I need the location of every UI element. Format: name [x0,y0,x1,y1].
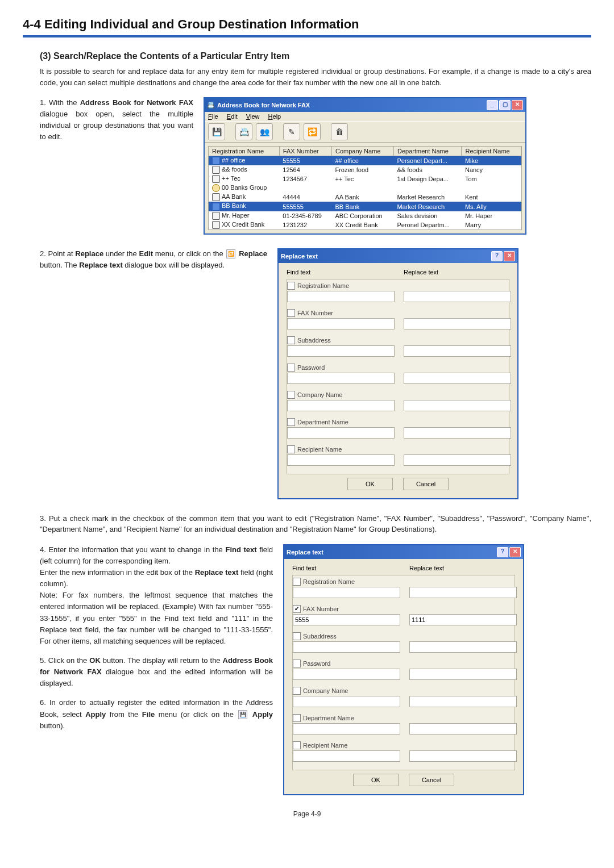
dlg1-close-button[interactable]: ✕ [504,251,515,261]
find-sub[interactable] [293,641,400,653]
step-1-text: 1. With the Address Book for Network FAX… [40,97,193,143]
find-recip[interactable] [293,750,400,762]
delete-icon[interactable]: 🗑 [331,123,348,140]
find-pwd[interactable] [287,373,395,384]
checkbox-reg[interactable] [293,578,301,586]
table-row[interactable]: && foods12564Frozen food&& foodsNancy [209,165,521,174]
field-row-fax: ✔FAX Number [293,605,515,625]
checkbox-pwd[interactable] [293,660,301,667]
replace-fax[interactable] [404,318,511,329]
dlg1-help-button[interactable]: ? [491,251,503,261]
dlg2-ok-button[interactable]: OK [353,774,399,786]
checkbox-reg[interactable] [287,282,295,290]
replace-dept[interactable] [404,427,511,439]
field-row-sub: Subaddress [293,632,515,653]
new-individual-icon[interactable]: 📇 [235,123,252,140]
replace-dept[interactable] [409,723,517,735]
replace-recip[interactable] [404,454,511,466]
replace-pwd[interactable] [404,373,511,384]
checkbox-company[interactable] [293,687,301,695]
find-dept[interactable] [287,427,395,439]
table-row[interactable]: ## office55555## officePersonel Depart..… [209,156,521,166]
minimize-button[interactable]: _ [487,100,498,110]
label-company: Company Name [303,687,348,694]
table-row[interactable]: BB Bank555555BB BankMarket ResearchMs. A… [209,202,521,211]
find-dept[interactable] [293,723,400,735]
table-row[interactable]: ++ Tec1234567++ Tec1st Design Depa...Tom [209,174,521,183]
dlg2-help-button[interactable]: ? [497,547,508,557]
checkbox-recip[interactable] [287,445,295,453]
row-type-icon [212,203,220,211]
dlg1-titlebar[interactable]: Replace text ? ✕ [279,249,517,263]
find-fax[interactable] [287,318,395,329]
dlg1-cancel-button[interactable]: Cancel [403,478,449,490]
find-sub[interactable] [287,345,395,357]
row-type-icon [212,193,220,201]
edit-icon[interactable]: ✎ [283,123,300,140]
replace-fax[interactable] [409,614,517,625]
checkbox-fax[interactable]: ✔ [293,605,301,613]
field-row-reg: Registration Name [287,282,509,302]
maximize-button[interactable]: ▢ [499,100,511,110]
menu-view[interactable]: View [246,113,260,120]
destination-table: Registration Name FAX Number Company Nam… [209,147,521,229]
find-reg[interactable] [293,587,400,598]
page-number: Page 4-9 [23,810,591,818]
table-row[interactable]: 00 Banks Group [209,183,521,193]
close-button[interactable]: ✕ [512,100,523,110]
dlg2-close-button[interactable]: ✕ [509,547,521,557]
label-fax: FAX Number [303,606,339,612]
col-recipient-name[interactable]: Recipient Name [462,147,521,156]
checkbox-recip[interactable] [293,741,301,749]
replace-sub[interactable] [409,641,517,653]
table-row[interactable]: Mr. Haper01-2345-6789ABC CorporationSale… [209,211,521,220]
replace-icon[interactable]: 🔁 [304,123,321,140]
menu-help[interactable]: Help [268,113,281,120]
col-registration-name[interactable]: Registration Name [209,147,279,156]
replace-pwd[interactable] [409,669,517,680]
checkbox-pwd[interactable] [287,364,295,372]
checkbox-fax[interactable] [287,309,295,317]
checkbox-sub[interactable] [293,632,301,640]
table-row[interactable]: XX Credit Bank1231232XX Credit BankPeron… [209,220,521,229]
col-company-name[interactable]: Company Name [331,147,393,156]
label-dept: Department Name [303,715,354,721]
replace-recip[interactable] [409,750,517,762]
menu-file[interactable]: File [208,113,218,120]
find-company[interactable] [287,400,395,411]
checkbox-dept[interactable] [287,418,295,426]
replace-sub[interactable] [404,345,511,357]
field-row-reg: Registration Name [293,578,515,598]
col-fax-number[interactable]: FAX Number [279,147,331,156]
row-type-icon [212,221,220,229]
find-company[interactable] [293,696,400,707]
table-row[interactable]: AA Bank44444AA BankMarket ResearchKent [209,193,521,202]
replace-dialog-2: Replace text ? ✕ Find text Replace text … [283,544,524,795]
find-fax[interactable] [293,614,400,625]
replace-reg[interactable] [404,291,511,302]
row-type-icon [212,157,220,165]
row-type-icon [212,184,220,192]
dlg2-find-header: Find text [292,565,398,571]
checkbox-dept[interactable] [293,714,301,722]
replace-company[interactable] [404,400,511,411]
replace-reg[interactable] [409,587,517,598]
apply-icon[interactable]: 💾 [208,123,225,140]
checkbox-sub[interactable] [287,336,295,344]
col-department-name[interactable]: Department Name [393,147,461,156]
row-type-icon [212,166,220,174]
checkbox-company[interactable] [287,391,295,399]
dlg2-titlebar[interactable]: Replace text ? ✕ [284,545,523,559]
replace-company[interactable] [409,696,517,707]
apply-inline-icon: 💾 [238,710,247,719]
new-group-icon[interactable]: 👥 [256,123,273,140]
titlebar[interactable]: 📇 Address Book for Network FAX _ ▢ ✕ [205,98,525,112]
dlg1-replace-header: Replace text [404,269,509,276]
find-pwd[interactable] [293,669,400,680]
dlg2-cancel-button[interactable]: Cancel [409,774,454,786]
find-recip[interactable] [287,454,395,466]
field-row-company: Company Name [287,391,509,411]
dlg1-ok-button[interactable]: OK [347,478,393,490]
menu-edit[interactable]: Edit [227,113,238,120]
find-reg[interactable] [287,291,395,302]
